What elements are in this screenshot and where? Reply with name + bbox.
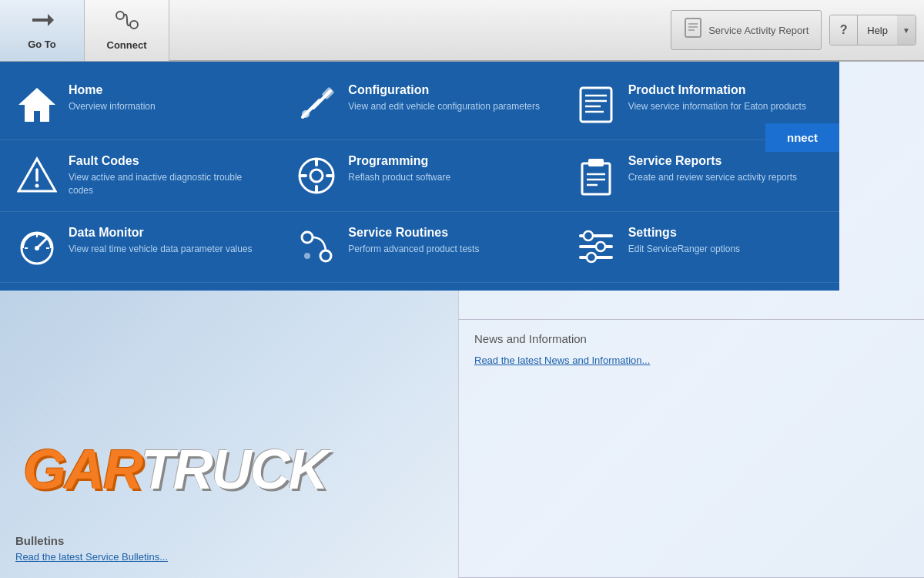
svg-point-22 bbox=[310, 170, 323, 182]
home-title: Home bbox=[69, 83, 156, 97]
connect-active-button[interactable]: nnect bbox=[765, 123, 839, 152]
fault-codes-title: Fault Codes bbox=[69, 154, 264, 168]
help-question-icon: ? bbox=[830, 15, 858, 45]
service-reports-desc: Create and review service activity repor… bbox=[628, 171, 797, 184]
data-monitor-desc: View real time vehicle data parameter va… bbox=[69, 243, 253, 256]
svg-point-3 bbox=[130, 21, 138, 29]
svg-point-2 bbox=[116, 12, 124, 19]
document-icon bbox=[684, 17, 702, 43]
bulletins-title-label: Bulletins bbox=[15, 534, 168, 547]
menu-item-configuration[interactable]: Configuration View and edit vehicle conf… bbox=[280, 69, 559, 140]
news-link[interactable]: Read the latest News and Information... bbox=[474, 355, 650, 366]
connect-label: Connect bbox=[107, 39, 147, 51]
svg-rect-24 bbox=[315, 185, 318, 193]
service-report-label: Service Activity Report bbox=[708, 25, 808, 36]
toolbar: Go To Connect Service Activity Report ? … bbox=[0, 0, 924, 62]
svg-rect-4 bbox=[685, 18, 701, 37]
bulletins-link[interactable]: Read the latest Service Bulletins... bbox=[15, 551, 168, 563]
svg-marker-1 bbox=[48, 14, 54, 26]
logo-gar: GAR bbox=[23, 439, 141, 500]
svg-point-46 bbox=[587, 253, 596, 262]
menu-item-service-routines[interactable]: Service Routines Perform advanced produc… bbox=[280, 212, 559, 283]
svg-point-45 bbox=[596, 242, 605, 251]
svg-marker-8 bbox=[18, 88, 55, 122]
service-activity-report-button[interactable]: Service Activity Report bbox=[671, 10, 822, 50]
data-monitor-title: Data Monitor bbox=[69, 226, 253, 240]
svg-rect-25 bbox=[300, 174, 307, 177]
svg-point-34 bbox=[35, 246, 39, 250]
product-info-title: Product Information bbox=[628, 83, 806, 97]
fault-codes-icon bbox=[15, 154, 58, 197]
menu-item-settings[interactable]: Settings Edit ServiceRanger options bbox=[560, 212, 839, 283]
configuration-title: Configuration bbox=[348, 83, 540, 97]
connect-icon bbox=[114, 9, 140, 36]
data-monitor-icon bbox=[15, 226, 58, 268]
logo-truck: TRUCK bbox=[141, 439, 327, 500]
service-reports-icon bbox=[575, 154, 618, 197]
menu-item-home[interactable]: Home Overview information bbox=[0, 69, 280, 140]
svg-rect-0 bbox=[32, 18, 48, 22]
goto-label: Go To bbox=[28, 39, 56, 50]
menu-item-programming[interactable]: Programming Reflash product software bbox=[280, 140, 559, 212]
connect-active-label: nnect bbox=[787, 131, 818, 144]
svg-rect-28 bbox=[588, 159, 604, 166]
svg-point-40 bbox=[304, 253, 310, 259]
programming-desc: Reflash product software bbox=[348, 171, 450, 184]
svg-point-20 bbox=[35, 183, 38, 187]
product-info-desc: View service information for Eaton produ… bbox=[628, 100, 806, 113]
home-icon bbox=[15, 83, 58, 126]
help-dropdown-arrow[interactable]: ▼ bbox=[897, 15, 916, 45]
goto-button[interactable]: Go To bbox=[0, 0, 85, 61]
svg-point-44 bbox=[584, 231, 593, 240]
settings-title: Settings bbox=[628, 226, 740, 240]
menu-grid: Home Overview information Configuration … bbox=[0, 69, 839, 283]
svg-point-38 bbox=[302, 232, 313, 243]
settings-desc: Edit ServiceRanger options bbox=[628, 243, 740, 256]
goto-dropdown-menu: Home Overview information Configuration … bbox=[0, 62, 839, 291]
news-section: News and Information Read the latest New… bbox=[458, 320, 924, 578]
service-reports-title: Service Reports bbox=[628, 154, 797, 168]
configuration-desc: View and edit vehicle configuration para… bbox=[348, 100, 540, 113]
svg-rect-23 bbox=[315, 159, 318, 166]
svg-rect-26 bbox=[326, 174, 333, 177]
goto-icon bbox=[31, 10, 54, 35]
configuration-icon bbox=[295, 83, 337, 126]
menu-item-data-monitor[interactable]: Data Monitor View real time vehicle data… bbox=[0, 212, 280, 283]
svg-point-39 bbox=[320, 250, 331, 261]
settings-icon bbox=[575, 226, 618, 268]
home-desc: Overview information bbox=[69, 100, 156, 113]
svg-point-11 bbox=[302, 110, 310, 118]
programming-icon bbox=[295, 154, 337, 197]
product-info-icon bbox=[575, 83, 618, 126]
gartruck-logo: GARTRUCK bbox=[23, 438, 327, 501]
menu-item-fault-codes[interactable]: Fault Codes View active and inactive dia… bbox=[0, 140, 280, 212]
service-bulletins-section: Bulletins Read the latest Service Bullet… bbox=[15, 534, 168, 563]
service-routines-desc: Perform advanced product tests bbox=[348, 243, 479, 256]
svg-rect-13 bbox=[581, 88, 611, 122]
fault-codes-desc: View active and inactive diagnostic trou… bbox=[69, 171, 264, 197]
programming-title: Programming bbox=[348, 154, 450, 168]
news-title: News and Information bbox=[474, 332, 909, 345]
service-routines-icon bbox=[295, 226, 337, 268]
help-label: Help bbox=[858, 15, 897, 45]
connect-button[interactable]: Connect bbox=[85, 0, 169, 61]
service-routines-title: Service Routines bbox=[348, 226, 479, 240]
help-button[interactable]: ? Help ▼ bbox=[829, 15, 916, 45]
